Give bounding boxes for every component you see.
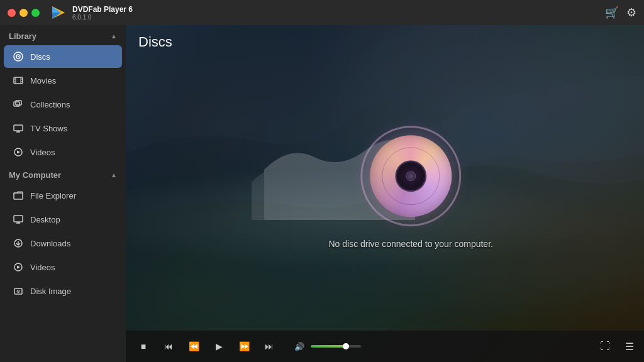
movies-icon	[13, 75, 24, 86]
collections-label: Collections	[30, 100, 70, 109]
fast-forward-button[interactable]: ⏩	[236, 339, 252, 354]
videos2-label: Videos	[30, 263, 55, 272]
svg-rect-15	[14, 125, 23, 131]
disc-inner	[395, 160, 426, 192]
svg-rect-21	[14, 216, 23, 222]
sidebar-item-downloads[interactable]: Downloads	[4, 232, 122, 255]
volume-slider[interactable]	[311, 345, 361, 348]
traffic-lights	[8, 9, 40, 17]
collections-icon	[13, 99, 24, 110]
sidebar-item-tv-shows[interactable]: TV Shows	[4, 117, 122, 140]
titlebar-left: DVDFab Player 6 6.0.1.0	[8, 4, 133, 21]
discs-icon	[13, 51, 24, 62]
library-section-header: Library ▲	[0, 25, 126, 45]
app-version: 6.0.1.0	[72, 14, 133, 21]
fullscreen-button[interactable]: ⛶	[600, 341, 610, 352]
disc-container: No disc drive connected to your computer…	[328, 126, 492, 249]
desktop-icon	[13, 214, 24, 225]
svg-rect-13	[14, 102, 19, 106]
svg-point-5	[18, 56, 19, 57]
file-explorer-icon	[13, 190, 24, 201]
desktop-label: Desktop	[30, 215, 60, 224]
my-computer-label: My Computer	[9, 170, 61, 180]
my-computer-chevron: ▲	[111, 172, 117, 178]
main-layout: Library ▲ Discs	[0, 25, 644, 362]
library-label: Library	[9, 31, 36, 41]
content-title: Discs	[138, 34, 631, 50]
discs-label: Discs	[30, 52, 50, 62]
svg-rect-14	[16, 101, 21, 105]
videos-icon	[13, 146, 24, 158]
maximize-button[interactable]	[31, 9, 40, 17]
next-track-button[interactable]: ⏭	[262, 339, 277, 354]
videos-label: Videos	[30, 148, 55, 157]
disc-visual	[370, 135, 452, 217]
no-disc-message: No disc drive connected to your computer…	[328, 239, 492, 249]
content-header: Discs	[126, 25, 644, 59]
player-controls: ■ ⏮ ⏪ ▶ ⏩ ⏭ 🔊 ⛶ ☰	[126, 331, 644, 362]
movies-label: Movies	[30, 76, 56, 85]
content-area: Discs No disc drive connected to your co…	[126, 25, 644, 362]
app-logo	[50, 4, 67, 21]
sidebar-item-desktop[interactable]: Desktop	[4, 208, 122, 231]
volume-icon[interactable]: 🔊	[292, 339, 307, 354]
sidebar-item-videos2[interactable]: Videos	[4, 256, 122, 278]
tv-shows-label: TV Shows	[30, 124, 67, 133]
svg-rect-6	[14, 77, 23, 84]
app-name: DVDFab Player 6	[72, 5, 133, 14]
sidebar-item-videos[interactable]: Videos	[4, 141, 122, 163]
volume-fill	[311, 345, 346, 348]
volume-thumb	[343, 343, 349, 349]
playlist-button[interactable]: ☰	[625, 341, 634, 353]
minimize-button[interactable]	[19, 9, 28, 17]
svg-point-30	[18, 291, 18, 292]
disc-outer-ring	[360, 126, 461, 226]
titlebar-right: 🛒 ⚙	[605, 6, 636, 19]
close-button[interactable]	[8, 9, 16, 17]
volume-section: 🔊	[292, 339, 361, 354]
videos2-icon	[13, 261, 24, 273]
stop-button[interactable]: ■	[136, 339, 151, 354]
cart-icon[interactable]: 🛒	[605, 6, 619, 19]
settings-icon[interactable]: ⚙	[626, 6, 636, 19]
svg-rect-20	[14, 193, 23, 199]
sidebar-item-disk-image[interactable]: Disk Image	[4, 280, 122, 302]
rewind-button[interactable]: ⏪	[186, 339, 201, 354]
titlebar: DVDFab Player 6 6.0.1.0 🛒 ⚙	[0, 0, 644, 25]
disc-center	[406, 171, 416, 181]
sidebar-item-discs[interactable]: Discs	[4, 45, 122, 68]
disk-image-icon	[13, 285, 24, 297]
app-info: DVDFab Player 6 6.0.1.0	[72, 5, 133, 21]
prev-track-button[interactable]: ⏮	[161, 339, 176, 354]
library-chevron: ▲	[111, 33, 117, 40]
sidebar-item-movies[interactable]: Movies	[4, 69, 122, 92]
svg-marker-19	[17, 151, 20, 154]
sidebar-item-file-explorer[interactable]: File Explorer	[4, 184, 122, 207]
tv-shows-icon	[13, 123, 24, 134]
sidebar-item-collections[interactable]: Collections	[4, 93, 122, 116]
sidebar: Library ▲ Discs	[0, 25, 126, 362]
my-computer-section-header: My Computer ▲	[0, 164, 126, 184]
downloads-icon	[13, 238, 24, 249]
disk-image-label: Disk Image	[30, 287, 71, 296]
svg-marker-27	[17, 266, 20, 269]
downloads-label: Downloads	[30, 239, 70, 248]
play-button[interactable]: ▶	[211, 339, 226, 354]
file-explorer-label: File Explorer	[30, 191, 76, 200]
